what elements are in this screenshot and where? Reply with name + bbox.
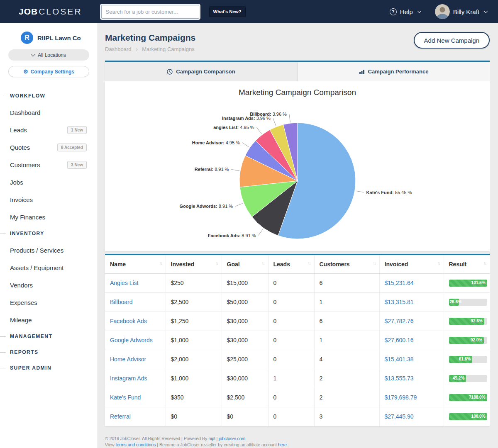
company-settings-button[interactable]: ⚙ Company Settings: [8, 66, 89, 77]
footer-link-jobcloser-com[interactable]: jobcloser.com: [219, 436, 245, 441]
column-header-customers[interactable]: Customers↑↓: [314, 255, 379, 273]
cell-customers: 1: [314, 292, 379, 312]
cell-name-link[interactable]: Billboard: [110, 299, 132, 305]
logo[interactable]: JOBCLOSER: [19, 7, 82, 17]
sidebar-item-label: Expenses: [10, 299, 37, 306]
sidebar-section-label: SUPER ADMIN: [10, 365, 51, 371]
cell-invoiced-link[interactable]: $13,555.73: [385, 375, 414, 382]
sidebar-item-badge: 8 Accepted: [57, 144, 87, 151]
cell-result: 92.6%: [444, 312, 490, 331]
footer-link-riipl[interactable]: riipl: [208, 436, 215, 441]
add-new-campaign-button[interactable]: Add New Campaign: [414, 32, 490, 49]
sort-icon: ↑↓: [215, 261, 218, 265]
cell-invoiced-link[interactable]: $27,782.76: [385, 318, 414, 324]
sidebar-item-expenses[interactable]: Expenses: [0, 294, 98, 311]
sidebar-section-reports[interactable]: REPORTS: [0, 344, 98, 360]
sidebar-item-my-finances[interactable]: My Finances: [0, 208, 98, 226]
column-header-goal[interactable]: Goal↑↓: [222, 255, 268, 273]
logo-light: CLOSER: [39, 7, 82, 16]
cell-invoiced-link[interactable]: $15,401.38: [385, 356, 414, 363]
footer-text: View: [105, 442, 116, 447]
cell-customers: 2: [314, 388, 379, 407]
cell-result: 101.5%: [444, 273, 490, 292]
column-header-invested[interactable]: Invested↑↓: [166, 255, 222, 273]
footer-text: © 2019 JobCloser. All Rights Reserved | …: [105, 436, 208, 441]
sidebar-item-customers[interactable]: Customers3 New: [0, 156, 98, 173]
cell-invoiced-link[interactable]: $13,315.81: [385, 299, 414, 305]
sidebar-section-super-admin[interactable]: SUPER ADMIN: [0, 360, 98, 376]
sidebar-item-quotes[interactable]: Quotes8 Accepted: [0, 139, 98, 156]
cell-name-link[interactable]: Angies List: [110, 280, 138, 286]
breadcrumb-dashboard[interactable]: Dashboard: [105, 46, 132, 52]
sort-icon: ↑↓: [308, 261, 310, 265]
sidebar-sections: WORKFLOWDashboardLeads1 NewQuotes8 Accep…: [0, 88, 98, 376]
whats-new-button[interactable]: What's New?: [209, 6, 246, 17]
result-bar-label: 92.6%: [471, 319, 482, 323]
sidebar-item-dashboard[interactable]: Dashboard: [0, 104, 98, 121]
clock-icon: [167, 69, 173, 75]
cell-name-link[interactable]: Google Adwords: [110, 337, 153, 343]
cell-name-link[interactable]: Instagram Ads: [110, 375, 147, 382]
section-dash: [0, 96, 6, 96]
cell-invoiced-link[interactable]: $27,445.90: [385, 413, 414, 420]
sidebar-section-management[interactable]: MANAGEMENT: [0, 329, 98, 344]
cell-customers: 6: [314, 273, 379, 292]
cell-name-link[interactable]: Kate's Fund: [110, 394, 141, 401]
column-header-result[interactable]: Result↑↓: [444, 255, 490, 273]
page-title: Marketing Campaigns: [105, 33, 195, 43]
user-menu[interactable]: Billy Kraft: [435, 4, 487, 19]
table-row-google-adwords: Google Adwords$1,000$30,00001$27,600.169…: [105, 331, 490, 350]
cell-invoiced: $15,231.64: [379, 273, 444, 292]
tab-campaign-comparison[interactable]: Campaign Comparison: [105, 62, 297, 81]
cell-invoiced-link[interactable]: $179,698.79: [385, 394, 417, 401]
footer-link-terms-and-conditions[interactable]: terms and conditions: [116, 442, 156, 447]
sidebar-item-assets-equipment[interactable]: Assets / Equipment: [0, 259, 98, 276]
cell-invoiced-link[interactable]: $15,231.64: [385, 280, 414, 286]
sidebar-item-leads[interactable]: Leads1 New: [0, 121, 98, 139]
company-selector[interactable]: R RIIPL Lawn Co: [0, 32, 98, 44]
sidebar-item-mileage[interactable]: Mileage: [0, 311, 98, 329]
cell-name-link[interactable]: Facebook Ads: [110, 318, 147, 324]
sidebar-item-products-services[interactable]: Products / Services: [0, 241, 98, 259]
sidebar-item-invoices[interactable]: Invoices: [0, 191, 98, 208]
pie-label-angies-list: angies List: 4.95 %: [213, 125, 254, 130]
page-head: Marketing Campaigns Dashboard › Marketin…: [105, 31, 490, 52]
section-dash: [0, 336, 6, 337]
sidebar-item-label: Mileage: [10, 317, 32, 324]
section-dash: [0, 234, 6, 234]
cell-result: 100.0%: [444, 407, 490, 426]
sidebar-section-label: MANAGEMENT: [10, 334, 52, 339]
app: JOBCLOSER What's New? ? Help Billy Kraft…: [0, 0, 498, 448]
all-locations-dropdown[interactable]: All Locations: [8, 49, 89, 61]
sidebar-section-workflow[interactable]: WORKFLOW: [0, 88, 98, 104]
pie-label-billboard: Billboard: 3.96 %: [250, 112, 287, 117]
footer-line-2: View terms and conditions | Become a Job…: [105, 442, 490, 448]
column-header-invoiced[interactable]: Invoiced↑↓: [379, 255, 444, 273]
cell-invested: $1,250: [166, 312, 222, 331]
result-bar-fill: 7188.0%: [449, 394, 487, 401]
section-dash: [0, 368, 6, 368]
pie-label-connector: [273, 118, 276, 126]
search-input[interactable]: [101, 5, 199, 19]
cell-result: 45.2%: [444, 369, 490, 388]
result-bar-track: 92.0%: [449, 337, 487, 344]
help-menu[interactable]: ? Help: [390, 8, 421, 15]
result-bar-label: 26.6%: [450, 299, 461, 304]
pie-label-connector: [235, 203, 243, 207]
column-header-leads[interactable]: Leads↑↓: [268, 255, 314, 273]
column-header-name[interactable]: Name↑↓: [105, 255, 166, 273]
footer-link-here[interactable]: here: [278, 442, 287, 447]
sidebar-item-vendors[interactable]: Vendors: [0, 276, 98, 294]
sidebar-item-jobs[interactable]: Jobs: [0, 173, 98, 191]
cell-name-link[interactable]: Referral: [110, 413, 131, 420]
cell-result: 26.6%: [444, 292, 490, 312]
tab-campaign-performance[interactable]: Campaign Performance: [297, 62, 490, 81]
cell-customers: 2: [314, 369, 379, 388]
sidebar-section-inventory[interactable]: INVENTORY: [0, 226, 98, 241]
cell-invoiced-link[interactable]: $27,600.16: [385, 337, 414, 343]
cell-name-link[interactable]: Home Advisor: [110, 356, 146, 363]
cell-leads: 0: [268, 350, 314, 369]
sidebar-item-label: My Finances: [10, 214, 45, 221]
company-settings-label: Company Settings: [31, 69, 74, 75]
cell-goal: $50,000: [222, 292, 268, 312]
